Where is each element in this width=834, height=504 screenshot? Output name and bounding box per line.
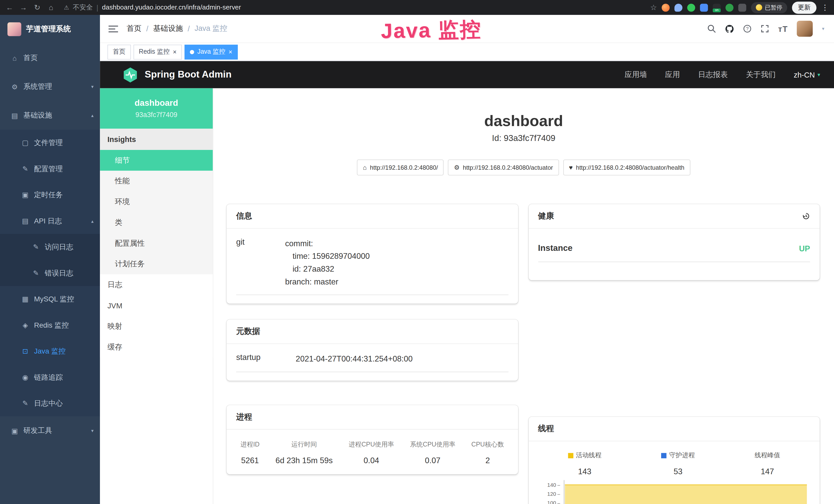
fullscreen-icon[interactable]: [761, 24, 769, 33]
git-time-line: time: 1596289704000: [285, 250, 508, 263]
home-icon: ⌂: [363, 164, 367, 171]
tag-redis-monitor[interactable]: Redis 监控 ×: [134, 44, 182, 59]
sidebar-item-label: MySQL 监控: [34, 294, 74, 304]
bookmark-star-icon[interactable]: ☆: [650, 3, 657, 12]
chip-home-url[interactable]: ⌂ http://192.168.0.2:48080/: [357, 159, 444, 175]
chip-actuator-url[interactable]: ⚙ http://192.168.0.2:48080/actuator: [448, 159, 559, 175]
reload-icon[interactable]: ↻: [33, 0, 41, 15]
instance-name: dashboard: [135, 98, 178, 108]
sba-nav-about[interactable]: 关于我们: [746, 70, 776, 79]
stat-value: 6d 23h 15m 59s: [276, 456, 333, 465]
text-size-icon[interactable]: тT: [778, 24, 788, 33]
extension-icon[interactable]: [700, 3, 708, 11]
sba-item-scheduled-tasks[interactable]: 计划任务: [100, 254, 213, 274]
sidebar-item-infrastructure[interactable]: ▤ 基础设施 ▴: [0, 101, 100, 130]
sba-item-label: 日志: [107, 280, 122, 289]
sidebar-item-scheduled-tasks[interactable]: ▣ 定时任务: [0, 182, 100, 208]
sidebar-item-dev-tools[interactable]: ▣ 研发工具 ▾: [0, 416, 100, 445]
card-title: 进程: [236, 412, 252, 422]
sidebar-item-error-logs[interactable]: ✎ 错误日志: [0, 260, 100, 286]
extension-icon[interactable]: [662, 3, 670, 11]
address-bar[interactable]: ⚠ 不安全 | dashboard.yudao.iocoder.cn/infra…: [64, 3, 241, 12]
screenshot-root: ← → ↻ ⌂ ⚠ 不安全 | dashboard.yudao.iocoder.…: [0, 0, 834, 504]
breadcrumb-infrastructure[interactable]: 基础设施: [153, 24, 183, 33]
sba-nav-wallboard[interactable]: 应用墙: [625, 70, 647, 79]
avatar-caret-icon[interactable]: ▾: [822, 26, 824, 31]
sidebar-item-home[interactable]: ⌂ 首页: [0, 44, 100, 72]
sidebar-item-access-logs[interactable]: ✎ 访问日志: [0, 234, 100, 260]
sba-item-jvm[interactable]: JVM: [100, 295, 213, 316]
close-icon[interactable]: ×: [228, 48, 233, 55]
sba-locale-select[interactable]: zh-CN ▾: [794, 70, 820, 79]
hamburger-icon[interactable]: [108, 25, 118, 32]
app-logo[interactable]: 芋道管理系统: [0, 15, 100, 44]
insecure-warning-icon: ⚠: [64, 4, 69, 11]
user-avatar[interactable]: [797, 21, 813, 37]
sba-logo-icon[interactable]: [122, 67, 138, 83]
sba-item-caches[interactable]: 缓存: [100, 337, 213, 358]
sidebar-item-system-management[interactable]: ⚙ 系统管理 ▾: [0, 72, 100, 101]
forward-icon[interactable]: →: [19, 0, 28, 15]
paused-badge[interactable]: 已暂停: [751, 2, 787, 13]
sba-item-mappings[interactable]: 映射: [100, 316, 213, 337]
redis-icon: ◈: [21, 321, 29, 329]
sidebar-item-api-logs[interactable]: ▤ API 日志 ▴: [0, 208, 100, 234]
legend-value: 143: [568, 467, 601, 476]
history-icon[interactable]: [802, 212, 810, 220]
search-icon[interactable]: [707, 24, 716, 33]
extension-icon[interactable]: [738, 3, 746, 11]
sba-sidebar: dashboard 93a3fc7f7409 Insights 细节 性能 环境…: [100, 88, 213, 504]
sba-nav-journal[interactable]: 日志报表: [698, 70, 728, 79]
tag-home[interactable]: 首页: [107, 44, 131, 59]
legend-value: 53: [661, 467, 695, 476]
update-button[interactable]: 更新: [792, 1, 816, 14]
github-icon[interactable]: [725, 24, 734, 33]
legend-daemon-threads: 守护进程 53: [661, 451, 695, 476]
stat-uptime: 运行时间 6d 23h 15m 59s: [276, 440, 333, 465]
sba-item-details[interactable]: 细节: [100, 150, 213, 171]
extension-icon[interactable]: [687, 3, 695, 11]
sba-nav-applications[interactable]: 应用: [665, 70, 680, 79]
browser-home-icon[interactable]: ⌂: [47, 0, 55, 15]
breadcrumb-home[interactable]: 首页: [127, 24, 141, 33]
url-text[interactable]: dashboard.yudao.iocoder.cn/infra/admin-s…: [102, 4, 241, 11]
sidebar-item-mysql-monitor[interactable]: ▦ MySQL 监控: [0, 286, 100, 312]
instance-header[interactable]: dashboard 93a3fc7f7409: [100, 88, 213, 129]
sidebar-item-label: 定时任务: [34, 190, 63, 200]
sba-brand-title[interactable]: Spring Boot Admin: [145, 69, 232, 80]
sba-item-logs[interactable]: 日志: [100, 274, 213, 295]
sba-item-config-properties[interactable]: 配置属性: [100, 233, 213, 254]
link-text: http://192.168.0.2:48080/: [370, 164, 438, 171]
sidebar-item-label: API 日志: [34, 216, 62, 226]
browser-chrome: ← → ↻ ⌂ ⚠ 不安全 | dashboard.yudao.iocoder.…: [0, 0, 834, 15]
security-label[interactable]: 不安全: [73, 3, 93, 12]
chart-plot-area: [564, 480, 807, 504]
legend-peak-threads: 线程峰值 147: [755, 451, 780, 476]
sidebar-item-link-tracing[interactable]: ◉ 链路追踪: [0, 364, 100, 390]
stat-cpu-cores: CPU核心数 2: [471, 440, 504, 465]
back-icon[interactable]: ←: [5, 0, 14, 15]
sidebar-item-config-management[interactable]: ✎ 配置管理: [0, 156, 100, 182]
close-icon[interactable]: ×: [173, 48, 177, 55]
sidebar-item-redis-monitor[interactable]: ◈ Redis 监控: [0, 312, 100, 338]
sidebar-item-log-center[interactable]: ✎ 日志中心: [0, 390, 100, 416]
chip-health-url[interactable]: ♥ http://192.168.0.2:48080/actuator/heal…: [563, 159, 690, 175]
sidebar-item-file-management[interactable]: ▢ 文件管理: [0, 130, 100, 156]
threads-legend: 活动线程 143 守护进程: [538, 450, 810, 476]
sidebar-item-label: Redis 监控: [34, 320, 69, 330]
page-subtitle: Id: 93a3fc7f7409: [213, 133, 834, 143]
browser-menu-icon[interactable]: ⋮: [821, 3, 829, 12]
locale-value: zh-CN: [794, 70, 815, 79]
extension-icon[interactable]: [675, 3, 682, 11]
git-commit-line: commit:: [285, 237, 508, 250]
help-icon[interactable]: ?: [743, 24, 751, 33]
extension-icon[interactable]: [726, 3, 733, 11]
sidebar-item-java-monitor[interactable]: ⊡ Java 监控: [0, 338, 100, 364]
tag-java-monitor[interactable]: Java 监控 ×: [185, 44, 238, 59]
sba-item-label: 计划任务: [115, 259, 145, 269]
sba-item-classes[interactable]: 类: [100, 212, 213, 233]
extension-icon[interactable]: on: [713, 3, 721, 11]
sba-item-environment[interactable]: 环境: [100, 191, 213, 212]
sba-item-performance[interactable]: 性能: [100, 171, 213, 191]
page-title: dashboard: [213, 112, 834, 130]
